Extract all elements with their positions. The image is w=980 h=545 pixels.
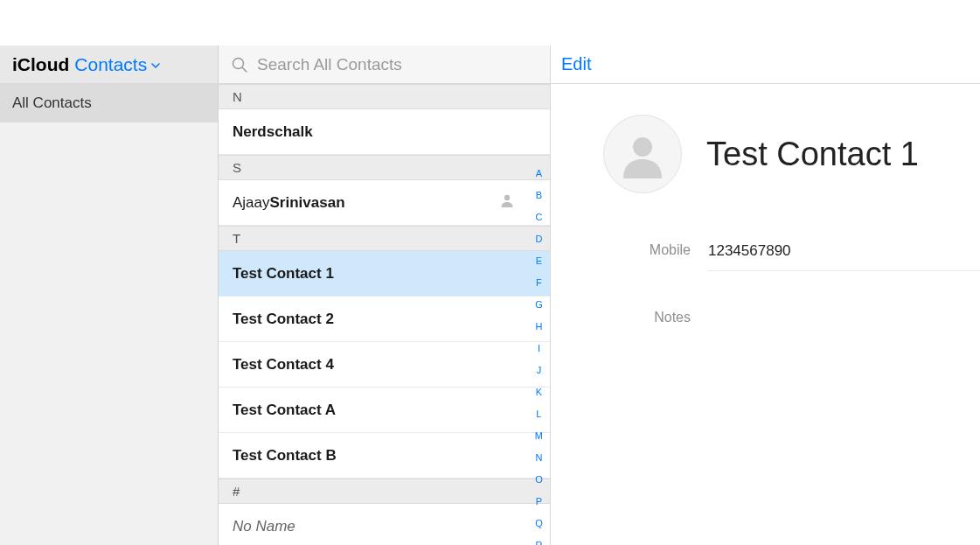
body: All Contacts N Nerdschalk S Ajaay Sriniv… (0, 84, 980, 545)
sidebar-item-all-contacts[interactable]: All Contacts (0, 84, 218, 122)
edit-button[interactable]: Edit (561, 54, 591, 74)
sidebar: All Contacts (0, 84, 219, 545)
index-letter[interactable]: D (533, 228, 544, 250)
contact-name: Test Contact 4 (233, 356, 334, 374)
index-letter[interactable]: E (534, 250, 544, 272)
svg-line-1 (242, 67, 247, 72)
index-letter[interactable]: K (534, 381, 544, 403)
contact-lastname: Nerdschalk (233, 123, 313, 141)
index-letter[interactable]: I (536, 338, 542, 360)
section-header-s: S (219, 155, 550, 180)
index-letter[interactable]: C (533, 206, 544, 228)
contact-detail-pane: Test Contact 1 Mobile 1234567890 Notes (551, 84, 980, 545)
list-item[interactable]: Test Contact 1 (219, 251, 550, 297)
contact-name: Test Contact 1 (233, 265, 334, 283)
index-letter[interactable]: J (535, 360, 544, 381)
index-letter[interactable]: L (534, 403, 543, 425)
sidebar-item-label: All Contacts (12, 94, 92, 112)
app-title-menu[interactable]: iCloud Contacts (0, 45, 219, 83)
contacts-list: N Nerdschalk S Ajaay Srinivasan T Test C… (219, 84, 551, 545)
browser-top-strip (0, 0, 980, 45)
index-letter[interactable]: A (534, 163, 544, 185)
list-item[interactable]: Test Contact B (219, 433, 550, 479)
alpha-index: A B C D E F G H I J K L M N O P Q R (533, 163, 545, 545)
field-notes-row: Notes (708, 299, 980, 336)
section-header-n: N (219, 84, 550, 109)
avatar (603, 115, 682, 193)
app-title-icloud: iCloud (12, 54, 69, 75)
svg-point-3 (633, 137, 652, 157)
field-label-mobile: Mobile (625, 242, 691, 260)
header-bar: iCloud Contacts Edit (0, 45, 980, 84)
app-title-contacts-label: Contacts (74, 54, 147, 75)
index-letter[interactable]: F (534, 272, 544, 294)
index-letter[interactable]: P (534, 491, 544, 513)
search-icon (231, 56, 248, 73)
index-letter[interactable]: Q (533, 513, 545, 535)
field-mobile-row: Mobile 1234567890 (708, 232, 980, 271)
app-title-contacts: Contacts (74, 54, 161, 75)
list-item[interactable]: No Name (219, 504, 550, 545)
contact-noname: No Name (233, 518, 295, 535)
list-item[interactable]: Nerdschalk (219, 109, 550, 155)
index-letter[interactable]: G (533, 294, 545, 316)
section-header-t: T (219, 226, 550, 251)
contact-display-name: Test Contact 1 (706, 136, 919, 173)
contact-name: Test Contact 2 (233, 311, 334, 328)
list-item[interactable]: Test Contact 4 (219, 342, 550, 388)
field-label-notes: Notes (625, 310, 691, 325)
detail-header: Test Contact 1 (551, 115, 980, 193)
search-input[interactable] (257, 55, 519, 74)
search-wrapper (219, 45, 551, 83)
contact-firstname: Ajaay (233, 194, 270, 212)
index-letter[interactable]: M (533, 425, 545, 447)
person-silhouette-icon (499, 192, 515, 213)
app-root: iCloud Contacts Edit All Contacts (0, 0, 980, 545)
index-letter[interactable]: B (534, 185, 544, 206)
index-letter[interactable]: H (533, 316, 544, 338)
index-letter[interactable]: N (533, 447, 544, 469)
contacts-list-inner: N Nerdschalk S Ajaay Srinivasan T Test C… (219, 84, 550, 545)
index-letter[interactable]: R (533, 535, 544, 545)
contact-name: Test Contact B (233, 447, 337, 465)
list-item[interactable]: Test Contact 2 (219, 297, 550, 342)
list-item[interactable]: Test Contact A (219, 388, 550, 433)
list-item[interactable]: Ajaay Srinivasan (219, 180, 550, 226)
detail-toolbar: Edit (551, 45, 980, 83)
field-value-mobile: 1234567890 (708, 242, 791, 260)
svg-point-2 (504, 195, 510, 200)
index-letter[interactable]: O (533, 469, 545, 491)
chevron-down-icon (150, 54, 161, 75)
contact-name: Test Contact A (233, 402, 336, 419)
contact-lastname: Srinivasan (270, 194, 345, 212)
section-header-hash: # (219, 479, 550, 504)
